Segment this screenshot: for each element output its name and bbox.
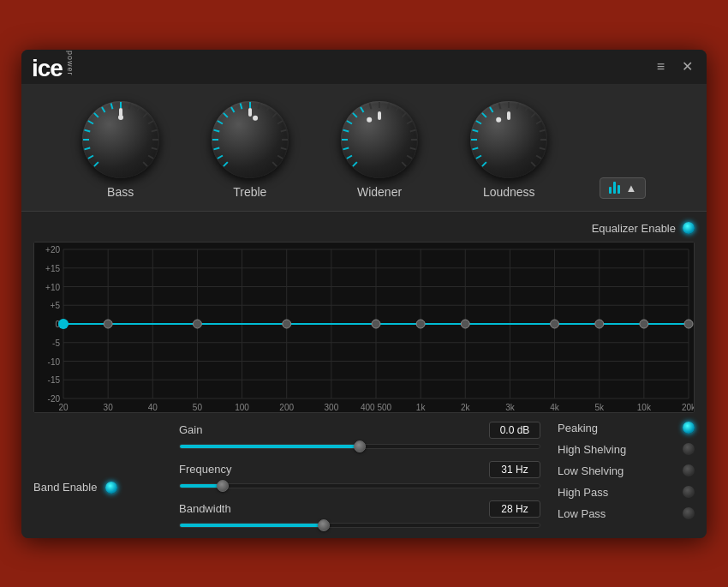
bandwidth-slider-track[interactable] — [179, 523, 540, 528]
band-enable-led[interactable] — [105, 482, 117, 494]
sliders-col: Gain 0.0 dB Frequency 31 Hz — [179, 422, 540, 528]
filter-option-high-shelving: High Shelving — [558, 443, 695, 456]
knob-label-loudness: Loudness — [483, 185, 535, 199]
gain-value: 0.0 dB — [489, 422, 540, 439]
knob-wrapper-treble[interactable] — [212, 101, 289, 178]
knob-loudness[interactable] — [470, 101, 547, 178]
filter-led-peaking[interactable] — [683, 422, 695, 434]
bandwidth-slider-fill — [180, 524, 324, 527]
eq-toggle-btn[interactable]: ▲ — [600, 177, 646, 199]
knob-label-widener: Widener — [357, 185, 402, 199]
gain-slider-header: Gain 0.0 dB — [179, 422, 540, 439]
frequency-slider-row: Frequency 31 Hz — [179, 461, 540, 488]
menu-button[interactable]: ≡ — [653, 57, 668, 76]
knob-indicator-widener — [378, 111, 381, 120]
knobs-section: Bass Treble Widener — [21, 84, 707, 211]
knob-treble[interactable] — [212, 101, 289, 178]
knob-bass[interactable] — [82, 101, 159, 178]
filter-led-high-shelving[interactable] — [683, 443, 695, 455]
knob-group-loudness: Loudness — [470, 101, 547, 199]
eq-bar-icon — [609, 182, 620, 194]
logo-text: ice — [32, 55, 63, 82]
filter-label-high-shelving: High Shelving — [558, 443, 626, 456]
band-controls: Band Enable Gain 0.0 dB — [33, 422, 695, 528]
knob-indicator-bass — [119, 108, 122, 117]
knob-indicator-treble — [248, 108, 252, 117]
frequency-value: 31 Hz — [489, 461, 540, 478]
gain-slider-fill — [180, 445, 360, 448]
filter-option-low-shelving: Low Shelving — [558, 464, 695, 477]
filter-option-low-pass: Low Pass — [558, 507, 695, 520]
filter-label-low-pass: Low Pass — [558, 507, 606, 520]
gain-label: Gain — [179, 423, 202, 436]
knob-wrapper-loudness[interactable] — [470, 101, 547, 178]
frequency-slider-header: Frequency 31 Hz — [179, 461, 540, 478]
bandwidth-slider-header: Bandwidth 28 Hz — [179, 500, 540, 518]
eq-canvas-element — [34, 243, 695, 413]
gain-slider-track[interactable] — [179, 444, 540, 449]
knob-label-treble: Treble — [233, 185, 266, 199]
eq-canvas[interactable] — [33, 242, 695, 413]
title-bar: ice power ≡ ✕ — [21, 50, 707, 84]
equalizer-enable-led[interactable] — [683, 222, 695, 234]
bandwidth-slider-row: Bandwidth 28 Hz — [179, 500, 540, 528]
knob-wrapper-widener[interactable] — [341, 101, 418, 178]
gain-slider-thumb[interactable] — [354, 440, 366, 452]
bandwidth-value: 28 Hz — [489, 500, 540, 518]
filter-led-low-shelving[interactable] — [683, 464, 695, 476]
knob-widener[interactable] — [341, 101, 418, 178]
frequency-label: Frequency — [179, 463, 231, 476]
app-container: ice power ≡ ✕ Bass Treble — [21, 50, 707, 538]
filter-label-peaking: Peaking — [558, 422, 598, 434]
filter-option-peaking: Peaking — [558, 422, 695, 434]
gain-slider-row: Gain 0.0 dB — [179, 422, 540, 449]
bandwidth-label: Bandwidth — [179, 502, 231, 515]
knob-group-bass: Bass — [82, 101, 159, 199]
band-enable-label: Band Enable — [33, 481, 97, 494]
knob-group-widener: Widener — [341, 101, 418, 199]
filter-label-high-pass: High Pass — [558, 486, 608, 499]
bandwidth-slider-thumb[interactable] — [318, 519, 330, 531]
filter-led-low-pass[interactable] — [683, 507, 695, 519]
eq-header: Equalizer Enable — [33, 222, 695, 235]
logo: ice power — [32, 51, 75, 82]
knob-label-bass: Bass — [107, 185, 134, 199]
title-controls: ≡ ✕ — [653, 57, 696, 76]
filter-led-high-pass[interactable] — [683, 486, 695, 498]
filter-option-high-pass: High Pass — [558, 486, 695, 499]
filter-type-col: Peaking High Shelving Low Shelving High … — [540, 422, 695, 528]
eq-panel: Equalizer Enable Band Enable Gain 0.0 dB — [21, 212, 707, 538]
eq-toggle-chevron: ▲ — [625, 182, 636, 195]
knob-group-treble: Treble — [212, 101, 289, 199]
knob-indicator-loudness — [507, 111, 510, 120]
logo-sub: power — [66, 51, 75, 76]
frequency-slider-thumb[interactable] — [217, 480, 229, 492]
frequency-slider-track[interactable] — [179, 483, 540, 488]
filter-label-low-shelving: Low Shelving — [558, 464, 624, 477]
equalizer-enable-label: Equalizer Enable — [592, 222, 676, 235]
knob-wrapper-bass[interactable] — [82, 101, 159, 178]
band-enable-col: Band Enable — [33, 422, 179, 528]
close-button[interactable]: ✕ — [678, 57, 696, 76]
